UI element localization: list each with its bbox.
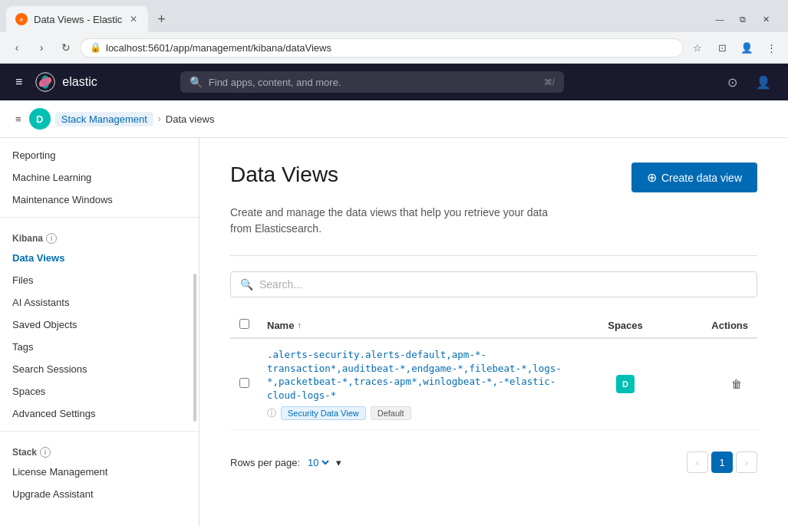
elastic-logo-text: elastic [62, 75, 97, 89]
browser-chrome: e Data Views - Elastic ✕ + — ⧉ ✕ ‹ › ↻ 🔒… [0, 0, 788, 64]
global-search-bar[interactable]: 🔍 Find apps, content, and more. ⌘/ [180, 71, 564, 93]
content-divider [230, 255, 757, 256]
lock-icon: 🔒 [90, 42, 101, 53]
header-spaces-col: Spaces [579, 320, 671, 331]
breadcrumb-menu-button[interactable]: ≡ [12, 110, 25, 128]
sort-icon: ↑ [297, 320, 302, 330]
nav-right-actions: ⊙ 👤 [720, 70, 776, 94]
help-button[interactable]: ⊙ [720, 70, 745, 94]
create-btn-label: Create data view [661, 172, 742, 184]
info-circle-icon[interactable]: ⓘ [267, 407, 276, 420]
sidebar-item-saved-objects[interactable]: Saved Objects [0, 314, 199, 336]
sidebar-item-maintenance-windows[interactable]: Maintenance Windows [0, 189, 199, 211]
rows-per-page-select[interactable]: 10 25 50 [305, 456, 331, 469]
sidebar-divider-1 [0, 217, 199, 218]
restore-button[interactable]: ⧉ [733, 9, 753, 29]
profile-button[interactable]: 👤 [736, 37, 757, 58]
header-actions-col: Actions [671, 320, 748, 331]
elastic-logo-icon [35, 71, 56, 93]
tab-bar: e Data Views - Elastic ✕ + — ⧉ ✕ [0, 0, 788, 32]
default-badge: Default [371, 406, 411, 420]
sidebar-item-upgrade-assistant[interactable]: Upgrade Assistant [0, 483, 199, 505]
close-tab-button[interactable]: ✕ [128, 12, 139, 26]
sidebar-item-ai-assistants[interactable]: AI Assistants [0, 291, 199, 314]
dropdown-chevron-icon: ▾ [336, 457, 341, 468]
page-1-button[interactable]: 1 [711, 452, 733, 473]
stack-section-info-icon[interactable]: i [40, 447, 51, 458]
kibana-section-info-icon[interactable]: i [46, 233, 57, 244]
sidebar-item-reporting[interactable]: Reporting [0, 144, 199, 166]
sidebar-item-search-sessions[interactable]: Search Sessions [0, 358, 199, 380]
delete-data-view-button[interactable]: 🗑 [725, 375, 748, 393]
sidebar-item-machine-learning[interactable]: Machine Learning [0, 166, 199, 189]
breadcrumb-current-page: Data views [166, 113, 215, 125]
user-menu-button[interactable]: 👤 [751, 70, 776, 94]
page-controls: ‹ 1 › [687, 452, 757, 473]
header-name-col[interactable]: Name ↑ [267, 320, 579, 331]
bookmark-button[interactable]: ☆ [687, 37, 708, 58]
sidebar: Reporting Machine Learning Maintenance W… [0, 138, 199, 527]
data-view-link[interactable]: .alerts-security.alerts-default,apm-*-tr… [267, 348, 579, 402]
url-text: localhost:5601/app/management/kibana/dat… [106, 42, 674, 54]
sidebar-item-files[interactable]: Files [0, 269, 199, 291]
user-avatar: D [29, 108, 51, 130]
security-data-view-badge: Security Data View [281, 406, 366, 420]
row-badges: ⓘ Security Data View Default [267, 406, 579, 420]
data-views-search[interactable]: 🔍 [230, 271, 757, 297]
sidebar-section-kibana: Kibana i [0, 224, 199, 247]
rows-per-page[interactable]: Rows per page: 10 25 50 ▾ [230, 456, 341, 469]
address-bar[interactable]: 🔒 localhost:5601/app/management/kibana/d… [80, 38, 684, 57]
sidebar-item-spaces[interactable]: Spaces [0, 380, 199, 402]
new-tab-button[interactable]: + [151, 8, 172, 31]
extensions-button[interactable]: ⋮ [760, 37, 782, 58]
breadcrumb-bar: ≡ D Stack Management › Data views [0, 100, 788, 138]
active-tab: e Data Views - Elastic ✕ [6, 6, 148, 32]
row-spaces-cell: D [579, 375, 671, 393]
search-placeholder-text: Find apps, content, and more. [209, 77, 538, 88]
page-title: Data Views [230, 163, 338, 187]
browser-actions: ☆ ⊡ 👤 ⋮ [687, 37, 782, 58]
content-header: Data Views ⊕ Create data view [230, 163, 757, 192]
create-btn-icon: ⊕ [647, 170, 657, 185]
search-input[interactable] [259, 278, 747, 291]
minimize-button[interactable]: — [710, 9, 730, 29]
pagination-bar: Rows per page: 10 25 50 ▾ ‹ 1 › [230, 442, 757, 473]
back-button[interactable]: ‹ [6, 37, 28, 58]
top-navigation: ≡ elastic 🔍 Find apps, content, and more… [0, 64, 788, 100]
main-layout: Reporting Machine Learning Maintenance W… [0, 138, 788, 527]
close-window-button[interactable]: ✕ [756, 9, 776, 29]
sidebar-item-license-management[interactable]: License Management [0, 461, 199, 483]
row-checkbox[interactable] [239, 378, 249, 388]
page-description: Create and manage the data views that he… [230, 205, 691, 237]
breadcrumb-stack-management[interactable]: Stack Management [55, 112, 153, 126]
header-checkbox-col [239, 319, 267, 331]
table-row: .alerts-security.alerts-default,apm-*-tr… [230, 339, 757, 430]
app-container: ≡ elastic 🔍 Find apps, content, and more… [0, 64, 788, 527]
reload-button[interactable]: ↻ [55, 37, 77, 58]
create-data-view-button[interactable]: ⊕ Create data view [631, 163, 757, 192]
space-badge[interactable]: D [616, 375, 635, 393]
next-page-button[interactable]: › [736, 452, 757, 473]
elastic-logo[interactable]: elastic [35, 71, 97, 93]
row-checkbox-cell [239, 378, 267, 390]
tab-favicon: e [15, 13, 28, 25]
browser-controls: ‹ › ↻ 🔒 localhost:5601/app/management/ki… [0, 32, 788, 63]
sidebar-item-tags[interactable]: Tags [0, 336, 199, 358]
row-actions-cell: 🗑 [671, 375, 748, 393]
row-name-cell: .alerts-security.alerts-default,apm-*-tr… [267, 348, 579, 420]
breadcrumb-separator: › [158, 113, 161, 124]
sidebar-divider-2 [0, 431, 199, 432]
forward-button[interactable]: › [31, 37, 52, 58]
hamburger-menu-button[interactable]: ≡ [12, 72, 25, 92]
sidebar-item-advanced-settings[interactable]: Advanced Settings [0, 402, 199, 425]
search-icon: 🔍 [240, 278, 253, 291]
prev-page-button[interactable]: ‹ [687, 452, 708, 473]
content-area: Data Views ⊕ Create data view Create and… [199, 138, 788, 527]
search-icon: 🔍 [190, 76, 203, 88]
search-shortcut: ⌘/ [544, 77, 555, 87]
tablet-view-button[interactable]: ⊡ [711, 37, 733, 58]
tab-title: Data Views - Elastic [34, 14, 122, 25]
sidebar-item-data-views[interactable]: Data Views [0, 247, 199, 269]
select-all-checkbox[interactable] [239, 319, 249, 329]
table-header: Name ↑ Spaces Actions [230, 313, 757, 339]
